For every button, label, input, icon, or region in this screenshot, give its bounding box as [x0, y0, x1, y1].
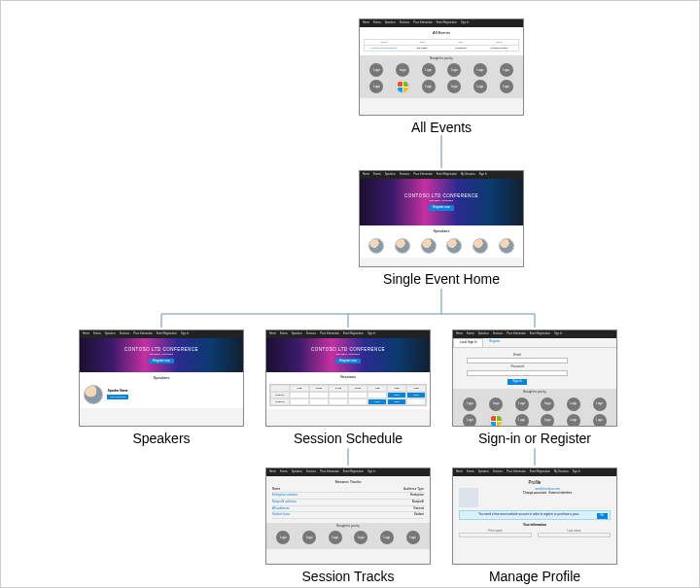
avatar [368, 238, 384, 254]
caption-single-event: Single Event Home [359, 271, 524, 287]
sponsor-logo: Logo [369, 63, 383, 77]
node-single-event-home[interactable]: HomeEventsSpeakersSessionsPass Informati… [359, 170, 524, 287]
profile-avatar [459, 488, 478, 507]
info-banner: You need a free event website account in… [459, 510, 611, 520]
node-speakers[interactable]: HomeEventsSpeakersSessionsPass Informati… [79, 329, 244, 446]
speaker-avatars [364, 238, 519, 254]
hero-banner: CONTOSO LTD CONFERENCE 5/24/2019 | 6/13/… [360, 179, 523, 225]
speaker-avatar [84, 385, 103, 404]
microsoft-logo [396, 80, 409, 93]
register-button: Register now [429, 205, 454, 211]
caption-speakers: Speakers [79, 431, 244, 446]
sponsors-band: Brought to you by LogoLogoLogoLogoLogoLo… [360, 55, 523, 99]
caption-tracks: Session Tracks [265, 569, 431, 584]
mini-nav: HomeEventsSpeakersSessionsPass Informati… [360, 19, 523, 27]
schedule-grid: 9:0010:0011:0012:001:002:003:00 Room 1Se… [269, 384, 427, 406]
password-field [467, 370, 568, 376]
view-sessions-button: View Sessions [107, 395, 128, 399]
thumb-single-event: HomeEventsSpeakersSessionsPass Informati… [359, 170, 524, 267]
caption-signin: Sign-in or Register [452, 431, 617, 446]
node-signin[interactable]: HomeEventsSpeakersSessionsPass Informati… [452, 329, 617, 446]
all-events-heading: All Events [364, 31, 519, 36]
thumb-all-events: HomeEventsSpeakersSessionsPass Informati… [359, 18, 524, 116]
node-session-schedule[interactable]: HomeEventsSpeakersSessionsPass Informati… [265, 329, 431, 446]
node-manage-profile[interactable]: HomeEventsSpeakersSessionsPass Informati… [452, 467, 617, 584]
caption-profile: Manage Profile [452, 569, 617, 584]
node-all-events[interactable]: HomeEventsSpeakersSessionsPass Informati… [359, 18, 524, 135]
tracks-table: Session Tracks NameAudience Type Enterpr… [266, 476, 430, 523]
caption-all-events: All Events [359, 120, 524, 135]
caption-schedule: Session Schedule [265, 431, 431, 446]
node-session-tracks[interactable]: HomeEventsSpeakersSessionsPass Informati… [265, 467, 431, 584]
signin-form: Email Password Sign In [453, 348, 616, 390]
email-field [467, 358, 568, 363]
signin-button: Sign In [508, 379, 526, 386]
action-button: Go [597, 513, 608, 518]
profile-panel: Profile user@contoso.com Change password… [453, 476, 616, 541]
